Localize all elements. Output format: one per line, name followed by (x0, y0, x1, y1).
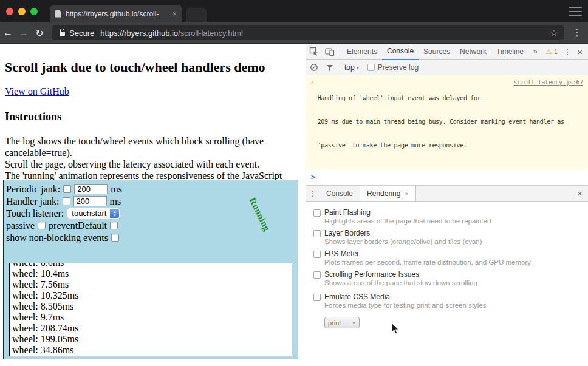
device-toolbar-icon[interactable] (322, 44, 338, 60)
tab-title: https://rbyers.github.io/scroll- (66, 10, 168, 18)
zoom-window-button[interactable] (30, 8, 38, 15)
page-favicon-icon (55, 10, 61, 18)
secure-label: Secure (69, 29, 94, 38)
close-window-button[interactable] (6, 8, 13, 15)
chevron-down-icon: ▾ (357, 65, 359, 70)
devtools-tab-console[interactable]: Console (382, 44, 419, 60)
drawer-close-icon[interactable]: × (577, 186, 588, 201)
devtools-menu-icon[interactable]: ⋮ (563, 47, 572, 56)
devtools-tab-timeline[interactable]: Timeline (491, 44, 528, 60)
prevent-default-label: preventDefault (49, 220, 107, 231)
console-toolbar: top ▾ Preserve log (306, 60, 588, 75)
log-line: wheel: 8.505ms (12, 301, 292, 312)
devtools-tab-network[interactable]: Network (455, 44, 491, 60)
console-prompt[interactable]: > (306, 169, 588, 185)
warning-source-link[interactable]: scroll-latency.js:67 (514, 78, 583, 86)
instructions-text: The log shows the touch/wheel events whi… (5, 135, 301, 181)
drawer-toolbar: ⋮ Console Rendering × × (306, 186, 588, 202)
inspect-element-icon[interactable] (306, 44, 322, 60)
handler-jank-checkbox[interactable] (63, 197, 70, 205)
console-warning-message: ⚠ Handling of 'wheel' input event was de… (306, 75, 588, 169)
prompt-chevron-icon: > (311, 173, 315, 181)
tab-close-icon[interactable]: × (172, 10, 177, 18)
clear-console-icon[interactable] (306, 59, 322, 76)
devtools-toolbar: Elements Console Sources Network Timelin… (306, 44, 588, 60)
passive-checkbox[interactable] (38, 222, 46, 229)
warning-triangle-icon: ⚠ (310, 78, 315, 86)
handler-jank-label: Handler jank: (6, 196, 60, 207)
address-bar[interactable]: Secure https://rbyers.github.io /scroll-… (52, 25, 564, 40)
chevron-down-icon: ▼ (352, 320, 356, 325)
devtools-close-icon[interactable]: × (577, 47, 583, 57)
browser-tab-active[interactable]: https://rbyers.github.io/scroll- × (50, 5, 182, 22)
nav-toolbar: ← → ↻ Secure https://rbyers.github.io /s… (0, 22, 588, 44)
minimize-window-button[interactable] (18, 8, 26, 15)
browser-tab-background[interactable] (186, 8, 207, 22)
devtools-tab-sources[interactable]: Sources (419, 44, 455, 60)
secure-lock-icon (60, 32, 65, 36)
back-button[interactable]: ← (0, 27, 16, 38)
rendering-panel: Paint Flashing Highlights areas of the p… (306, 202, 588, 366)
handler-jank-input[interactable] (74, 196, 107, 206)
periodic-jank-input[interactable] (74, 184, 108, 194)
layer-borders-checkbox[interactable] (313, 230, 321, 237)
passive-label: passive (6, 220, 35, 231)
tab-strip: https://rbyers.github.io/scroll- × (0, 0, 588, 22)
devtools-tab-elements[interactable]: Elements (342, 44, 382, 60)
log-line: wheel: 10.325ms (12, 290, 292, 301)
log-line: wheel: 208.74ms (12, 323, 292, 334)
browser-window: https://rbyers.github.io/scroll- × ← → ↻… (0, 0, 588, 366)
demo-control-panel: Periodic jank: ms Handler jank: ms Touch… (3, 180, 298, 359)
nonblocking-label: show non-blocking events (6, 232, 108, 243)
more-tabs-icon[interactable]: » (528, 44, 542, 60)
rendering-option: Scrolling Performance Issues Shows areas… (313, 270, 588, 287)
close-tab-icon[interactable]: × (405, 190, 408, 197)
rendering-option: FPS Meter Plots frames per second, frame… (313, 249, 588, 266)
log-line: wheel: 199.05ms (12, 334, 292, 345)
bookmark-star-icon[interactable]: ☆ (550, 28, 558, 38)
page-title: Scroll jank due to touch/wheel handlers … (5, 59, 301, 75)
periodic-jank-unit: ms (111, 184, 122, 195)
warning-count-badge[interactable]: ⚠ 1 (545, 47, 558, 56)
preserve-log-checkbox[interactable] (368, 64, 375, 71)
drawer-tab-rendering[interactable]: Rendering × (360, 186, 416, 201)
tab-overview-icon[interactable] (569, 7, 582, 16)
log-line: wheel: 8.6ms (12, 263, 292, 268)
periodic-jank-checkbox[interactable] (63, 185, 71, 193)
drawer-tab-console[interactable]: Console (320, 186, 360, 201)
web-page: Scroll jank due to touch/wheel handlers … (0, 44, 306, 366)
url-path: /scroll-latency.html (178, 29, 243, 38)
drawer-menu-icon[interactable]: ⋮ (306, 186, 320, 201)
log-line: wheel: 10.4ms (12, 268, 292, 279)
forward-button[interactable]: → (16, 27, 32, 38)
touch-listener-label: Touch listener: (6, 208, 64, 219)
preserve-log-label: Preserve log (378, 63, 419, 72)
scrolling-performance-checkbox[interactable] (313, 271, 321, 279)
filter-icon[interactable] (322, 59, 338, 76)
event-log-box[interactable]: wheel: 8.6ms wheel: 10.4ms wheel: 7.56ms… (9, 263, 292, 356)
reload-button[interactable]: ↻ (32, 27, 47, 39)
handler-jank-unit: ms (110, 196, 121, 207)
log-line: wheel: 7.56ms (12, 279, 292, 290)
event-log-lines: wheel: 8.6ms wheel: 10.4ms wheel: 7.56ms… (10, 263, 292, 356)
rendering-option: Emulate CSS Media Forces media type for … (313, 293, 588, 310)
touch-listener-select[interactable]: touchstart ▲▼ (67, 208, 120, 219)
emulate-css-media-checkbox[interactable] (313, 294, 321, 301)
log-line: wheel: 9.7ms (12, 312, 292, 323)
log-line: wheel: 34.86ms (12, 345, 292, 356)
url-domain: https://rbyers.github.io (100, 29, 178, 38)
github-link[interactable]: View on GitHub (5, 86, 69, 97)
fps-meter-checkbox[interactable] (313, 251, 321, 258)
devtools-panel: Elements Console Sources Network Timelin… (306, 44, 588, 366)
css-media-select[interactable]: print ▼ (324, 317, 360, 328)
paint-flashing-checkbox[interactable] (313, 209, 321, 217)
nonblocking-checkbox[interactable] (111, 234, 119, 242)
rendering-option: Paint Flashing Highlights areas of the p… (313, 208, 588, 225)
select-stepper-icon: ▲▼ (110, 209, 119, 218)
execution-context-selector[interactable]: top (344, 63, 355, 72)
warning-triangle-icon: ⚠ (545, 47, 552, 56)
browser-menu-icon[interactable]: ⋮ (570, 27, 584, 38)
instructions-heading: Instructions (5, 110, 301, 123)
window-controls (6, 8, 38, 15)
prevent-default-checkbox[interactable] (110, 222, 118, 229)
